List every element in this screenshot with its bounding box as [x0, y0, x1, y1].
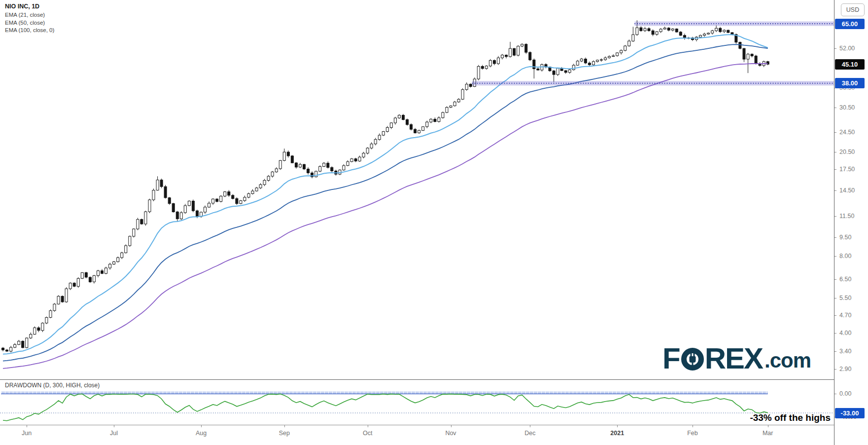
time-tick-2021: 2021: [610, 430, 624, 437]
main-chart-canvas[interactable]: [0, 0, 834, 445]
time-tick-dash: [201, 425, 202, 427]
time-tick-Nov: Nov: [445, 430, 456, 437]
legend-ema50[interactable]: EMA (50, close): [5, 19, 54, 27]
ema100-line[interactable]: [3, 64, 768, 369]
logo-text-f: F: [662, 343, 680, 374]
drawdown-zero-tick: 0.00: [834, 390, 868, 398]
time-tick-Jul: Jul: [110, 430, 118, 437]
time-tick-dash: [693, 425, 693, 427]
legend-ema21[interactable]: EMA (21, close): [5, 11, 54, 19]
time-tick-dash: [368, 425, 368, 427]
time-tick-dash: [284, 425, 285, 427]
time-tick-Jun: Jun: [22, 430, 32, 437]
time-tick-Dec: Dec: [524, 430, 535, 437]
price-tick: 4.70: [834, 311, 868, 319]
symbol-title[interactable]: NIO INC, 1D: [5, 3, 54, 10]
time-tick-dash: [114, 425, 114, 427]
pane-divider[interactable]: [0, 379, 868, 380]
price-tick: 11.50: [834, 212, 868, 220]
time-tick-Sep: Sep: [279, 430, 290, 437]
time-axis[interactable]: JunJulAugSepOctNovDec2021FebMar: [0, 425, 834, 445]
candles: [2, 20, 769, 352]
time-tick-Mar: Mar: [763, 430, 773, 437]
indicator-legend[interactable]: DRAWDOWN (D, 300, HIGH, close): [5, 382, 100, 389]
price-tick: 2.90: [834, 365, 868, 373]
currency-toggle-button[interactable]: USD: [841, 3, 865, 16]
time-tick-dash: [27, 425, 27, 427]
price-tick: 4.00: [834, 329, 868, 337]
time-tick-dash: [768, 425, 768, 427]
time-tick-dash: [617, 425, 618, 427]
plug-o-icon: [681, 348, 704, 371]
price-tick: 5.50: [834, 294, 868, 302]
drawdown-line-label[interactable]: -33.00: [835, 408, 865, 418]
last-price-label: 45.10: [835, 59, 865, 70]
logo-text-com: .com: [764, 349, 811, 374]
drawdown-line[interactable]: [3, 394, 768, 421]
ema50-line[interactable]: [3, 44, 768, 361]
drawdown-annotation: -33% off the highs: [750, 412, 831, 423]
symbol-legend: NIO INC, 1D EMA (21, close) EMA (50, clo…: [5, 3, 54, 35]
time-tick-Feb: Feb: [687, 430, 698, 437]
price-tick: 20.50: [834, 148, 868, 156]
time-tick-Aug: Aug: [196, 430, 207, 437]
price-line-label-65.00[interactable]: 65.00: [835, 19, 865, 29]
tradingview-chart: NIO INC, 1D EMA (21, close) EMA (50, clo…: [0, 0, 868, 445]
time-tick-dash: [451, 425, 451, 427]
price-tick: 6.50: [834, 275, 868, 283]
price-tick: 52.00: [834, 44, 868, 52]
price-axis-border: [834, 0, 834, 445]
price-tick: 9.50: [834, 233, 868, 241]
price-tick: 17.50: [834, 165, 868, 173]
price-tick: 14.50: [834, 186, 868, 194]
price-line-label-38.00[interactable]: 38.00: [835, 78, 865, 88]
forex-com-logo: F REX .com: [662, 343, 811, 374]
price-tick: 8.00: [834, 252, 868, 260]
time-tick-Oct: Oct: [363, 430, 372, 437]
time-tick-dash: [530, 425, 530, 427]
price-axis[interactable]: USD 36.50-40.0052.0030.5024.5020.5017.50…: [834, 0, 868, 445]
legend-ema100[interactable]: EMA (100, close, 0): [5, 27, 54, 35]
price-tick: 30.50: [834, 104, 868, 111]
price-tick: 24.50: [834, 128, 868, 136]
price-tick: 3.40: [834, 347, 868, 355]
logo-text-rex: REX: [705, 343, 763, 374]
